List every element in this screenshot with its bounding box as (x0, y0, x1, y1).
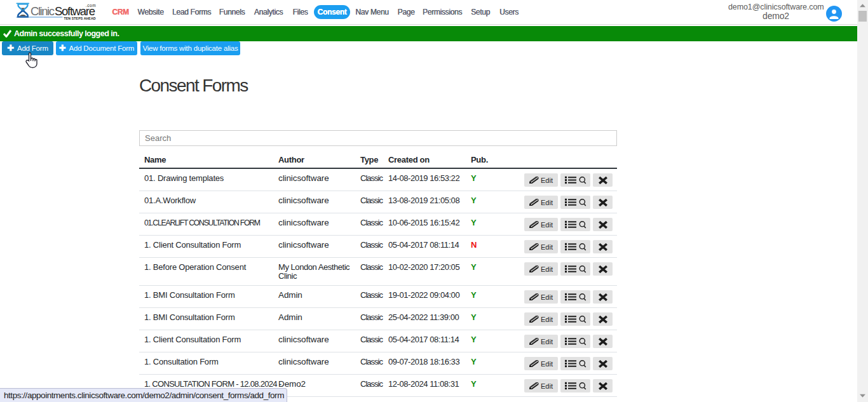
svg-text:.com: .com (86, 3, 96, 8)
svg-text:TEN STEPS AHEAD: TEN STEPS AHEAD (64, 17, 96, 20)
svg-text:Clinic: Clinic (31, 4, 55, 18)
